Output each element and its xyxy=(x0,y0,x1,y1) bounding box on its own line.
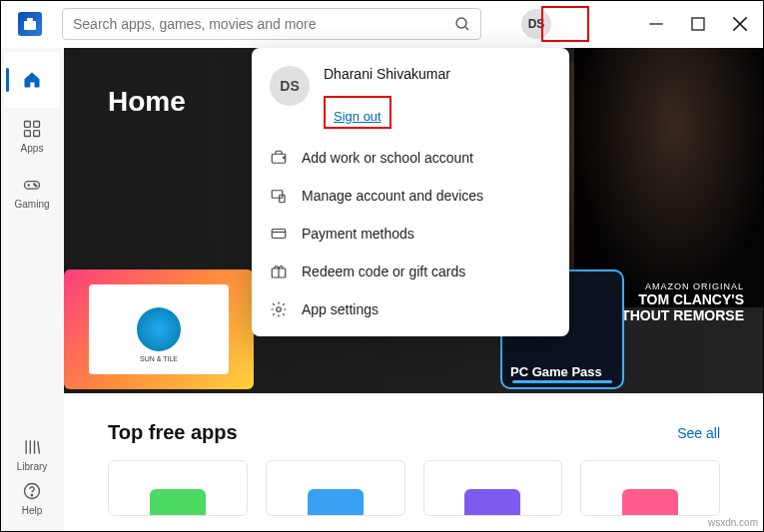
store-logo-icon xyxy=(18,12,42,36)
app-icon xyxy=(308,489,364,515)
annotation-highlight-signout: Sign out xyxy=(324,96,391,129)
svg-rect-8 xyxy=(25,121,31,127)
svg-rect-5 xyxy=(692,18,704,30)
hero-card-promo-inner: SUN & TILE xyxy=(89,284,229,374)
svg-line-20 xyxy=(38,441,40,454)
menu-item-add-work-account[interactable]: Add work or school account xyxy=(252,139,569,177)
nav-gaming[interactable]: Gaming xyxy=(4,164,60,220)
section-title: Top free apps xyxy=(108,421,238,444)
title-bar: DS xyxy=(0,0,764,48)
maximize-button[interactable] xyxy=(690,16,706,32)
sign-out-link[interactable]: Sign out xyxy=(332,108,383,125)
nav-gaming-label: Gaming xyxy=(14,199,49,210)
search-bar[interactable] xyxy=(62,8,481,40)
search-icon[interactable] xyxy=(454,16,470,32)
nav-help-label: Help xyxy=(22,505,43,516)
app-card[interactable] xyxy=(266,460,405,516)
hero-badge-amazon: AMAZON ORIGINAL TOM CLANCY'S WITHOUT REM… xyxy=(604,281,744,323)
hero-card-circle-icon xyxy=(137,307,181,351)
menu-item-label: Manage account and devices xyxy=(302,188,483,204)
menu-item-label: Redeem code or gift cards xyxy=(302,264,465,279)
svg-line-3 xyxy=(465,27,468,30)
hero-badge-line3: WITHOUT REMORSE xyxy=(604,307,744,323)
menu-item-app-settings[interactable]: App settings xyxy=(252,290,569,328)
avatar: DS xyxy=(270,66,310,106)
minimize-button[interactable] xyxy=(648,16,664,32)
svg-rect-10 xyxy=(25,130,31,136)
svg-rect-1 xyxy=(27,18,33,21)
see-all-link[interactable]: See all xyxy=(677,425,720,441)
svg-point-16 xyxy=(36,185,37,186)
app-icon xyxy=(464,489,520,515)
hero-card-caption: SUN & TILE xyxy=(140,355,178,362)
nav-apps-label: Apps xyxy=(21,143,44,154)
search-input[interactable] xyxy=(73,16,454,32)
window-controls xyxy=(648,0,758,48)
hero-art-person-2 xyxy=(574,48,764,307)
menu-item-label: Payment methods xyxy=(302,226,414,242)
svg-rect-11 xyxy=(34,130,40,136)
app-card[interactable] xyxy=(580,460,720,516)
hero-card-progress xyxy=(512,380,612,383)
app-card[interactable] xyxy=(108,460,248,516)
menu-item-label: App settings xyxy=(302,301,379,317)
app-card[interactable] xyxy=(423,460,563,516)
close-button[interactable] xyxy=(732,16,748,32)
menu-item-redeem-code[interactable]: Redeem code or gift cards xyxy=(252,253,569,290)
section-top-free-apps: Top free apps See all xyxy=(64,397,764,516)
hero-badge-line2: TOM CLANCY'S xyxy=(604,291,744,307)
svg-point-32 xyxy=(277,307,282,312)
profile-button[interactable]: DS xyxy=(521,9,551,39)
svg-point-2 xyxy=(456,18,466,28)
nav-home[interactable] xyxy=(4,52,60,108)
app-icon xyxy=(622,489,678,515)
svg-rect-0 xyxy=(24,21,36,30)
svg-point-15 xyxy=(34,183,35,184)
page-title: Home xyxy=(108,86,186,118)
hero-card-pc-label: PC Game Pass xyxy=(510,364,614,379)
watermark: wsxdn.com xyxy=(708,517,758,528)
hero-card-promo[interactable]: SUN & TILE xyxy=(64,269,254,389)
hero-badge-line1: AMAZON ORIGINAL xyxy=(604,281,744,291)
svg-rect-26 xyxy=(272,191,283,199)
menu-item-payment-methods[interactable]: Payment methods xyxy=(252,215,569,253)
nav-apps[interactable]: Apps xyxy=(4,108,60,164)
account-name: Dharani Shivakumar xyxy=(324,66,473,82)
nav-help[interactable]: Help xyxy=(4,470,60,526)
account-email-redacted xyxy=(324,84,473,96)
svg-point-22 xyxy=(31,494,32,495)
svg-rect-28 xyxy=(272,230,286,239)
menu-item-manage-account[interactable]: Manage account and devices xyxy=(252,177,569,215)
app-icon xyxy=(150,489,206,515)
sidebar-nav: Apps Gaming Library Help xyxy=(0,48,64,532)
svg-rect-9 xyxy=(34,121,40,127)
svg-rect-12 xyxy=(25,181,40,189)
account-header: DS Dharani Shivakumar Sign out xyxy=(252,60,569,139)
menu-item-label: Add work or school account xyxy=(302,150,473,166)
account-dropdown: DS Dharani Shivakumar Sign out Add work … xyxy=(252,48,569,336)
